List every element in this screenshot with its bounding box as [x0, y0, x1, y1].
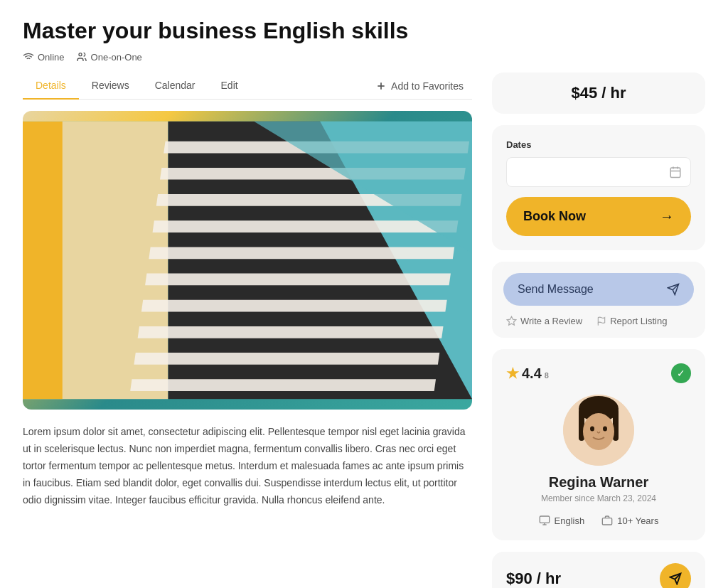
rating-row: ★ 4.4 8 ✓	[506, 363, 691, 383]
rating-value: ★ 4.4 8	[506, 365, 549, 382]
architectural-image	[23, 111, 472, 410]
online-tag: Online	[23, 51, 65, 63]
svg-rect-10	[153, 221, 459, 233]
report-listing-label: Report Listing	[610, 316, 667, 326]
message-card: Send Message Write a Review Report Listi	[492, 262, 705, 338]
experience-label: 10+ Years	[617, 515, 658, 526]
tab-edit[interactable]: Edit	[208, 73, 251, 100]
tutor-since: Member since March 23, 2024	[506, 493, 691, 503]
svg-rect-15	[134, 353, 439, 365]
description-text: Lorem ipsum dolor sit amet, consectetur …	[23, 424, 472, 508]
verified-badge: ✓	[671, 363, 691, 383]
page-title: Master your business English skills	[23, 17, 705, 44]
flag-icon	[596, 316, 606, 326]
svg-rect-12	[145, 274, 451, 286]
add-favorites-button[interactable]: Add to Favorites	[367, 75, 472, 97]
tab-details[interactable]: Details	[23, 73, 79, 100]
svg-rect-14	[138, 326, 444, 338]
svg-rect-5	[23, 122, 63, 399]
star-icon	[506, 316, 517, 326]
rating-count: 8	[545, 371, 549, 380]
svg-rect-36	[603, 518, 612, 525]
rating-number: 4.4	[522, 365, 542, 382]
arrow-icon: →	[660, 208, 674, 225]
avatar-image	[563, 395, 634, 466]
page-layout: Details Reviews Calendar Edit Add to Fav…	[23, 73, 705, 588]
bottom-send-icon	[669, 572, 682, 585]
send-message-label: Send Message	[518, 283, 594, 296]
listing-image	[23, 111, 472, 410]
dates-label: Dates	[506, 139, 691, 150]
tutor-experience: 10+ Years	[601, 515, 658, 526]
svg-marker-24	[507, 317, 516, 326]
persons-icon	[76, 51, 87, 63]
tutor-details: English 10+ Years	[506, 515, 691, 526]
book-now-label: Book Now	[523, 209, 586, 224]
date-input[interactable]	[506, 157, 691, 187]
tab-calendar[interactable]: Calendar	[142, 73, 208, 100]
svg-rect-33	[540, 516, 549, 523]
main-content: Details Reviews Calendar Edit Add to Fav…	[23, 73, 472, 508]
tabs-list: Details Reviews Calendar Edit	[23, 73, 251, 99]
tab-reviews[interactable]: Reviews	[79, 73, 142, 100]
svg-rect-18	[670, 168, 680, 178]
online-label: Online	[38, 52, 65, 63]
tutor-card: ★ 4.4 8 ✓	[492, 349, 705, 540]
one-on-one-tag: One-on-One	[76, 51, 142, 63]
svg-rect-13	[141, 300, 447, 312]
tutor-language: English	[539, 515, 585, 526]
book-now-button[interactable]: Book Now →	[506, 197, 691, 236]
report-listing-link[interactable]: Report Listing	[596, 316, 667, 326]
svg-rect-16	[130, 380, 436, 392]
plus-icon	[375, 80, 387, 92]
send-icon	[667, 283, 680, 296]
actions-row: Write a Review Report Listing	[503, 316, 694, 326]
svg-point-31	[590, 427, 594, 432]
svg-point-30	[583, 413, 614, 450]
price-card: $45 / hr	[492, 73, 705, 114]
write-review-link[interactable]: Write a Review	[506, 316, 582, 326]
svg-point-0	[79, 53, 82, 56]
send-message-button[interactable]: Send Message	[503, 273, 694, 306]
tabs-bar: Details Reviews Calendar Edit Add to Fav…	[23, 73, 472, 100]
tutor-avatar	[563, 395, 634, 466]
bottom-price-card: $90 / hr	[492, 552, 705, 588]
bottom-send-button[interactable]	[660, 563, 691, 588]
sidebar: $45 / hr Dates Book Now → Send Message	[492, 73, 705, 588]
bottom-price-label: $90 / hr	[506, 570, 561, 588]
tutor-name: Regina Warner	[506, 474, 691, 491]
language-icon	[539, 515, 550, 526]
add-favorites-label: Add to Favorites	[391, 80, 464, 92]
write-review-label: Write a Review	[520, 316, 582, 326]
wifi-icon	[23, 51, 34, 63]
svg-rect-11	[149, 247, 454, 260]
rating-star: ★	[506, 365, 519, 382]
dates-card: Dates Book Now →	[492, 125, 705, 250]
one-on-one-label: One-on-One	[91, 52, 142, 63]
experience-icon	[601, 515, 613, 526]
svg-point-32	[603, 427, 607, 432]
calendar-icon	[669, 166, 682, 178]
meta-tags: Online One-on-One	[23, 51, 705, 63]
language-label: English	[555, 515, 585, 526]
price-label: $45 / hr	[571, 84, 626, 102]
